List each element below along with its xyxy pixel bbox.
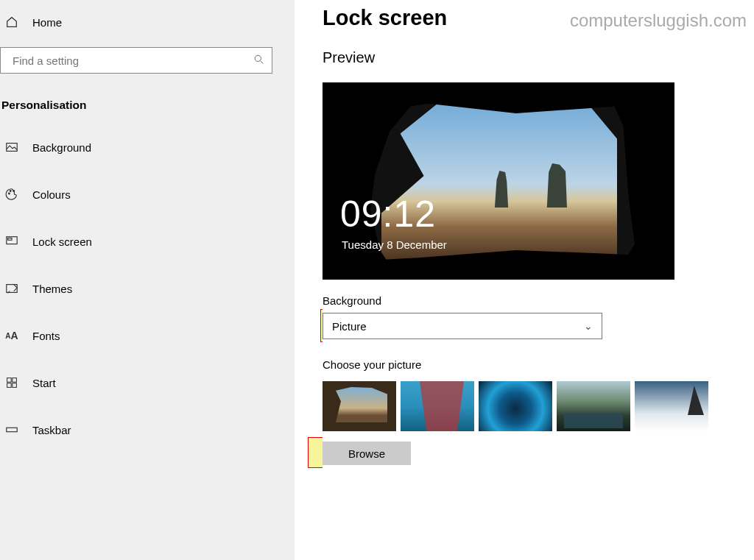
settings-search[interactable] xyxy=(0,47,272,74)
sidebar-item-label: Start xyxy=(32,377,56,389)
sidebar-item-label: Fonts xyxy=(32,330,60,342)
sidebar-item-taskbar[interactable]: Taskbar xyxy=(0,415,295,444)
svg-point-0 xyxy=(255,55,261,61)
watermark-text: computersluggish.com xyxy=(570,10,747,31)
sidebar-item-fonts[interactable]: AA Fonts xyxy=(0,321,295,350)
home-icon xyxy=(4,15,19,29)
preview-date: Tuesday 8 December xyxy=(342,238,447,251)
main-content: Lock screen computersluggish.com Preview… xyxy=(323,0,754,560)
settings-sidebar: Home Personalisation Background Colours xyxy=(0,0,295,560)
home-label: Home xyxy=(32,16,62,29)
sidebar-item-label: Background xyxy=(32,141,91,154)
svg-rect-9 xyxy=(7,378,12,383)
svg-point-5 xyxy=(13,191,15,192)
picture-thumbnails xyxy=(323,381,754,431)
chevron-down-icon: ⌄ xyxy=(584,320,593,332)
sidebar-item-label: Lock screen xyxy=(32,235,92,248)
picture-thumbnail[interactable] xyxy=(401,381,474,431)
background-dropdown[interactable]: Picture ⌄ xyxy=(323,313,602,339)
monitor-icon xyxy=(4,234,19,249)
themes-icon xyxy=(4,281,19,296)
start-icon xyxy=(4,375,19,390)
choose-picture-label: Choose your picture xyxy=(323,358,754,371)
preview-clock: 09:12 xyxy=(340,193,436,235)
svg-point-3 xyxy=(9,193,10,194)
search-icon xyxy=(253,54,264,67)
sidebar-item-label: Themes xyxy=(32,283,72,295)
sidebar-item-colours[interactable]: Colours xyxy=(0,180,295,209)
svg-rect-10 xyxy=(13,378,17,383)
sidebar-item-label: Colours xyxy=(32,188,71,201)
svg-rect-7 xyxy=(8,238,12,241)
svg-rect-12 xyxy=(13,383,17,388)
annotation-highlight xyxy=(308,437,470,468)
sidebar-item-label: Taskbar xyxy=(32,424,71,436)
sidebar-item-start[interactable]: Start xyxy=(0,368,295,397)
browse-button[interactable]: Browse xyxy=(323,442,411,465)
browse-button-label: Browse xyxy=(348,447,385,460)
palette-icon xyxy=(4,187,19,202)
font-icon: AA xyxy=(4,328,19,343)
svg-point-4 xyxy=(10,191,11,192)
image-icon xyxy=(4,140,19,155)
preview-heading: Preview xyxy=(323,49,754,66)
picture-thumbnail[interactable] xyxy=(479,381,552,431)
lock-screen-preview: 09:12 Tuesday 8 December xyxy=(323,82,674,280)
dropdown-value: Picture xyxy=(332,320,367,333)
sidebar-item-themes[interactable]: Themes xyxy=(0,274,295,303)
picture-thumbnail[interactable] xyxy=(635,381,708,431)
taskbar-icon xyxy=(4,422,19,437)
sidebar-item-lock-screen[interactable]: Lock screen xyxy=(0,227,295,256)
home-nav-item[interactable]: Home xyxy=(0,10,295,34)
svg-line-1 xyxy=(261,61,264,64)
background-field-label: Background xyxy=(323,294,754,307)
picture-thumbnail[interactable] xyxy=(323,381,396,431)
category-heading: Personalisation xyxy=(0,99,295,112)
picture-thumbnail[interactable] xyxy=(557,381,630,431)
sidebar-item-background[interactable]: Background xyxy=(0,132,295,162)
svg-rect-11 xyxy=(7,383,12,388)
search-input[interactable] xyxy=(11,54,232,68)
svg-rect-13 xyxy=(7,428,17,431)
